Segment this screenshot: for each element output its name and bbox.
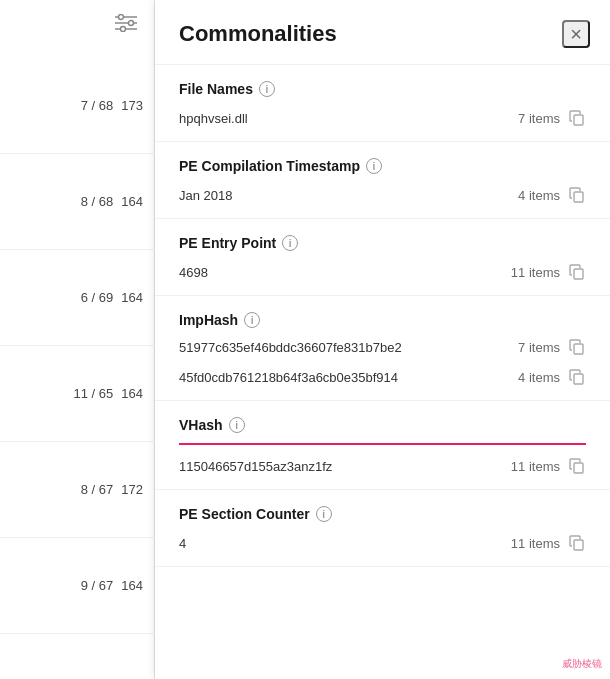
imphash-row-0: 51977c635ef46bddc36607fe831b7be2 7 items — [179, 336, 586, 366]
bg-row: 11 / 65 164 — [0, 346, 155, 442]
pe-compilation-timestamp-row: Jan 2018 4 items — [179, 182, 586, 218]
section-pe-entry-point: PE Entry Point i 4698 11 items — [155, 219, 610, 296]
imphash-copy-icon-1[interactable] — [568, 368, 586, 386]
section-imphash: ImpHash i 51977c635ef46bddc36607fe831b7b… — [155, 296, 610, 401]
imphash-copy-icon-0[interactable] — [568, 338, 586, 356]
file-names-count: 7 items — [518, 111, 560, 126]
pe-entry-point-count: 11 items — [511, 265, 560, 280]
file-names-info-icon[interactable]: i — [259, 81, 275, 97]
close-button[interactable]: × — [562, 20, 590, 48]
svg-rect-6 — [574, 115, 583, 125]
bg-row: 6 / 69 164 — [0, 250, 155, 346]
svg-rect-11 — [574, 463, 583, 473]
file-names-copy-icon[interactable] — [568, 109, 586, 127]
bg-row: 8 / 68 164 — [0, 154, 155, 250]
section-header-vhash: VHash i — [179, 401, 586, 445]
section-header-pe-section-counter: PE Section Counter i — [179, 490, 586, 530]
section-pe-section-counter: PE Section Counter i 4 11 items — [155, 490, 610, 567]
imphash-value-0: 51977c635ef46bddc36607fe831b7be2 — [179, 340, 510, 355]
bg-col2: 173 — [121, 98, 143, 113]
file-names-value: hpqhvsei.dll — [179, 111, 510, 126]
bg-row: 7 / 68 173 — [0, 58, 155, 154]
bg-col1: 9 / 67 — [81, 578, 114, 593]
pe-entry-point-info-icon[interactable]: i — [282, 235, 298, 251]
imphash-value-1: 45fd0cdb761218b64f3a6cb0e35bf914 — [179, 370, 510, 385]
vhash-count: 11 items — [511, 459, 560, 474]
background-rows: 7 / 68 173 8 / 68 164 6 / 69 164 11 / 65… — [0, 0, 155, 679]
bg-col1: 7 / 68 — [81, 98, 114, 113]
pe-section-counter-label: PE Section Counter — [179, 506, 310, 522]
vhash-label: VHash — [179, 417, 223, 433]
bg-col1: 8 / 67 — [81, 482, 114, 497]
bg-row: 8 / 67 172 — [0, 442, 155, 538]
panel-header: Commonalities × — [155, 0, 610, 65]
file-names-label: File Names — [179, 81, 253, 97]
bg-col1: 11 / 65 — [74, 386, 114, 401]
pe-section-counter-value: 4 — [179, 536, 503, 551]
section-header-pe-entry-point: PE Entry Point i — [179, 219, 586, 259]
section-vhash: VHash i 115046657d155az3anz1fz 11 items — [155, 401, 610, 490]
bg-col2: 164 — [121, 290, 143, 305]
panel-title: Commonalities — [179, 21, 337, 47]
bg-col2: 164 — [121, 386, 143, 401]
bg-col1: 8 / 68 — [81, 194, 114, 209]
left-panel: 7 / 68 173 8 / 68 164 6 / 69 164 11 / 65… — [0, 0, 155, 679]
section-header-imphash: ImpHash i — [179, 296, 586, 336]
bg-col1: 6 / 69 — [81, 290, 114, 305]
bg-col2: 164 — [121, 194, 143, 209]
imphash-info-icon[interactable]: i — [244, 312, 260, 328]
svg-rect-7 — [574, 192, 583, 202]
pe-compilation-timestamp-info-icon[interactable]: i — [366, 158, 382, 174]
bg-row: 9 / 67 164 — [0, 538, 155, 634]
section-header-pe-compilation-timestamp: PE Compilation Timestamp i — [179, 142, 586, 182]
pe-section-counter-count: 11 items — [511, 536, 560, 551]
vhash-info-icon[interactable]: i — [229, 417, 245, 433]
pe-section-counter-row: 4 11 items — [179, 530, 586, 566]
section-header-file-names: File Names i — [179, 65, 586, 105]
watermark: 威胁棱镜 — [562, 657, 602, 671]
pe-entry-point-row: 4698 11 items — [179, 259, 586, 295]
vhash-row: 115046657d155az3anz1fz 11 items — [179, 445, 586, 489]
pe-section-counter-copy-icon[interactable] — [568, 534, 586, 552]
bg-col2: 172 — [121, 482, 143, 497]
vhash-value: 115046657d155az3anz1fz — [179, 459, 503, 474]
commonalities-panel: Commonalities × File Names i hpqhvsei.dl… — [155, 0, 610, 679]
pe-section-counter-info-icon[interactable]: i — [316, 506, 332, 522]
file-names-row: hpqhvsei.dll 7 items — [179, 105, 586, 141]
imphash-row-1: 45fd0cdb761218b64f3a6cb0e35bf914 4 items — [179, 366, 586, 400]
imphash-count-1: 4 items — [518, 370, 560, 385]
svg-rect-8 — [574, 269, 583, 279]
svg-rect-9 — [574, 344, 583, 354]
imphash-label: ImpHash — [179, 312, 238, 328]
pe-entry-point-copy-icon[interactable] — [568, 263, 586, 281]
pe-compilation-timestamp-label: PE Compilation Timestamp — [179, 158, 360, 174]
pe-compilation-timestamp-value: Jan 2018 — [179, 188, 510, 203]
pe-entry-point-value: 4698 — [179, 265, 503, 280]
pe-compilation-timestamp-copy-icon[interactable] — [568, 186, 586, 204]
vhash-copy-icon[interactable] — [568, 457, 586, 475]
pe-compilation-timestamp-count: 4 items — [518, 188, 560, 203]
bg-col2: 164 — [121, 578, 143, 593]
section-pe-compilation-timestamp: PE Compilation Timestamp i Jan 2018 4 it… — [155, 142, 610, 219]
imphash-count-0: 7 items — [518, 340, 560, 355]
pe-entry-point-label: PE Entry Point — [179, 235, 276, 251]
svg-rect-10 — [574, 374, 583, 384]
svg-rect-12 — [574, 540, 583, 550]
section-file-names: File Names i hpqhvsei.dll 7 items — [155, 65, 610, 142]
